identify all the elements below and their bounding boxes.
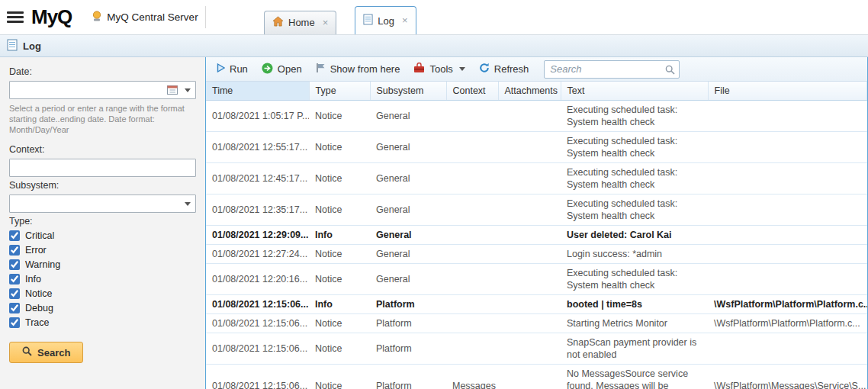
cell-context — [446, 314, 498, 333]
tab-home[interactable]: Home × — [264, 11, 336, 34]
cell-subsystem: General — [370, 132, 446, 163]
column-header-text[interactable]: Text — [561, 82, 708, 101]
cell-text: Starting Metrics Monitor — [561, 314, 708, 333]
calendar-icon[interactable] — [167, 85, 178, 97]
tab-log[interactable]: Log × — [355, 6, 416, 34]
tools-button[interactable]: Tools — [407, 59, 471, 79]
subsystem-dropdown-icon[interactable] — [185, 202, 191, 206]
cell-type: Notice — [309, 194, 370, 226]
type-filter-option[interactable]: Debug — [9, 303, 196, 313]
table-row[interactable]: 01/08/2021 12:29:09... Info General User… — [206, 226, 867, 245]
cell-text: Login success: *admin — [561, 245, 708, 264]
tools-icon — [413, 63, 425, 76]
type-checkbox[interactable] — [9, 274, 20, 285]
cell-subsystem: General — [370, 101, 446, 132]
tab-home-close-icon[interactable]: × — [323, 19, 329, 27]
cell-context — [446, 264, 498, 295]
date-dropdown-icon[interactable] — [185, 88, 191, 92]
type-checkbox[interactable] — [9, 259, 20, 270]
cell-subsystem: Platform — [370, 295, 446, 314]
cell-text: User deleted: Carol Kai — [561, 226, 708, 245]
home-icon — [272, 16, 284, 29]
table-row[interactable]: 01/08/2021 12:15:06... Notice Platform M… — [206, 365, 867, 389]
type-filter-list: Critical Error Warning Info Notice Debug… — [9, 230, 196, 328]
subsystem-select[interactable] — [9, 194, 196, 213]
menu-icon[interactable] — [7, 9, 24, 25]
log-search-input[interactable] — [544, 60, 680, 79]
page-log-icon — [7, 39, 18, 53]
table-row[interactable]: 01/08/2021 12:27:24... Notice General Lo… — [206, 245, 867, 264]
subsystem-label: Subsystem: — [9, 180, 196, 191]
column-header-subsystem[interactable]: Subsystem — [370, 82, 446, 101]
cell-subsystem: General — [370, 245, 446, 264]
search-button[interactable]: Search — [9, 342, 83, 363]
column-header-context[interactable]: Context — [446, 82, 498, 101]
type-filter-option[interactable]: Warning — [9, 259, 196, 270]
search-button-label: Search — [37, 347, 70, 358]
column-header-attachments[interactable]: Attachments — [498, 82, 561, 101]
cell-time: 01/08/2021 12:15:06... — [206, 314, 309, 333]
tools-dropdown-icon — [459, 67, 465, 71]
log-table-body: 01/08/2021 1:05:17 P... Notice General E… — [206, 101, 867, 389]
type-checkbox-label: Debug — [25, 303, 53, 313]
type-filter-option[interactable]: Error — [9, 245, 196, 256]
table-row[interactable]: 01/08/2021 12:45:17... Notice General Ex… — [206, 163, 867, 194]
column-header-file[interactable]: File — [708, 82, 867, 101]
type-filter-option[interactable]: Info — [9, 274, 196, 285]
tab-log-close-icon[interactable]: × — [402, 17, 408, 24]
table-header-row: Time Type Subsystem Context Attachments … — [206, 82, 867, 101]
cell-file — [708, 132, 867, 163]
cell-attachments — [498, 314, 561, 333]
column-header-time[interactable]: Time — [206, 82, 309, 101]
filter-sidebar: Date: Select a period or enter a range w… — [0, 57, 205, 389]
type-checkbox[interactable] — [9, 230, 20, 241]
type-checkbox-label: Trace — [25, 317, 50, 328]
cell-context — [446, 101, 498, 132]
table-row[interactable]: 01/08/2021 12:15:06... Notice Platform S… — [206, 314, 867, 333]
cell-type: Info — [309, 295, 370, 314]
search-button-icon — [22, 346, 32, 358]
cell-attachments — [498, 226, 561, 245]
cell-subsystem: General — [370, 264, 446, 295]
cell-file — [708, 226, 867, 245]
search-icon — [665, 65, 675, 75]
column-header-type[interactable]: Type — [309, 82, 370, 101]
type-filter-option[interactable]: Critical — [9, 230, 196, 241]
table-row[interactable]: 01/08/2021 1:05:17 P... Notice General E… — [206, 101, 867, 132]
table-row[interactable]: 01/08/2021 12:20:16... Notice General Ex… — [206, 264, 867, 295]
show-from-here-button[interactable]: Show from here — [310, 59, 407, 79]
cell-subsystem: General — [370, 226, 446, 245]
type-filter-option[interactable]: Trace — [9, 317, 196, 328]
cell-type: Notice — [309, 365, 370, 389]
show-from-here-label: Show from here — [330, 63, 400, 75]
cell-attachments — [498, 101, 561, 132]
cell-context — [446, 333, 498, 365]
table-row[interactable]: 01/08/2021 12:15:06... Notice Platform S… — [206, 333, 867, 365]
table-row[interactable]: 01/08/2021 12:55:17... Notice General Ex… — [206, 132, 867, 163]
type-checkbox[interactable] — [9, 245, 20, 256]
type-checkbox[interactable] — [9, 317, 20, 328]
cell-type: Notice — [309, 333, 370, 365]
refresh-button[interactable]: Refresh — [473, 59, 535, 79]
cell-context — [446, 295, 498, 314]
run-button[interactable]: Run — [211, 60, 254, 78]
cell-text: Executing scheduled task: System health … — [561, 194, 708, 226]
date-label: Date: — [9, 66, 196, 77]
cell-file — [708, 333, 867, 365]
content: Date: Select a period or enter a range w… — [0, 57, 868, 389]
context-input[interactable] — [9, 159, 196, 177]
table-row[interactable]: 01/08/2021 12:35:17... Notice General Ex… — [206, 194, 867, 226]
subsystem-field-wrap — [9, 194, 196, 213]
myq-logo: MyQ — [31, 5, 72, 29]
cell-attachments — [498, 264, 561, 295]
type-checkbox[interactable] — [9, 303, 20, 313]
cell-subsystem: Platform — [370, 365, 446, 389]
header-divider — [205, 6, 206, 28]
server-title: MyQ Central Server — [92, 10, 198, 24]
cell-attachments — [498, 333, 561, 365]
type-checkbox[interactable] — [9, 288, 20, 299]
open-button[interactable]: Open — [256, 59, 308, 79]
type-filter-option[interactable]: Notice — [9, 288, 196, 299]
top-bar: MyQ MyQ Central Server Home × Log × — [0, 0, 868, 34]
table-row[interactable]: 01/08/2021 12:15:06... Info Platform boo… — [206, 295, 867, 314]
